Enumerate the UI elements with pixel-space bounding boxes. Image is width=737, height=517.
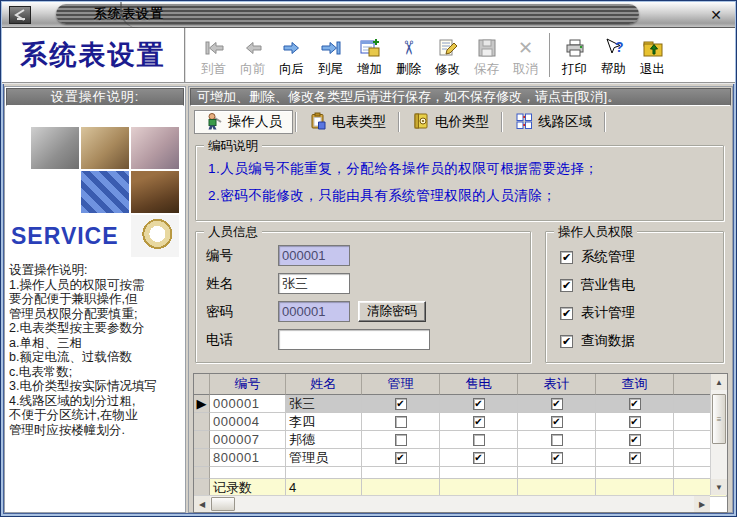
meter-checkbox[interactable]: ✔ bbox=[551, 416, 563, 428]
tab-separator bbox=[501, 112, 503, 132]
help-button[interactable]: ? 帮助 bbox=[594, 30, 633, 80]
tab-separator bbox=[295, 112, 297, 132]
perm-sales[interactable]: ✔ 营业售电 bbox=[560, 276, 723, 294]
last-button[interactable]: 到尾 bbox=[311, 30, 350, 80]
table-row[interactable]: 800001 管理员 ✔ ✔ ✔ ✔ bbox=[194, 449, 727, 467]
horizontal-scrollbar[interactable]: ◀ ▶ bbox=[194, 495, 710, 512]
titlebar-curve-ornament bbox=[120, 2, 146, 28]
operation-instructions: 设置操作说明: 1.操作人员的权限可按需 要分配便于兼职操作,但 管理员权限分配… bbox=[5, 255, 185, 437]
tab-price-type[interactable]: 电价类型 bbox=[402, 110, 499, 134]
cell-id: 000001 bbox=[210, 395, 286, 413]
coding-notes-group: 编码说明 1.人员编号不能重复，分配给各操作员的权限可根据需要选择； 2.密码不… bbox=[195, 145, 724, 221]
tab-operators[interactable]: 操作人员 bbox=[194, 110, 293, 134]
checkbox-icon[interactable]: ✔ bbox=[560, 335, 573, 348]
perm-query-data[interactable]: ✔ 查询数据 bbox=[560, 332, 723, 350]
tab-meter-type[interactable]: 电表类型 bbox=[299, 110, 396, 134]
scroll-up-icon[interactable]: ▲ bbox=[711, 374, 727, 390]
cell-id: 000004 bbox=[210, 413, 286, 431]
manage-checkbox[interactable] bbox=[395, 416, 407, 428]
floppy-icon bbox=[475, 35, 499, 61]
cancel-button: ✕ 取消 bbox=[506, 30, 545, 80]
cancel-label: 取消 bbox=[513, 62, 538, 76]
arrow-last-icon bbox=[319, 35, 343, 61]
page-title: 系统表设置 bbox=[2, 28, 186, 82]
save-label: 保存 bbox=[474, 62, 499, 76]
coding-notes-title: 编码说明 bbox=[204, 138, 262, 155]
sell-checkbox[interactable]: ✔ bbox=[473, 452, 485, 464]
arrow-right-icon bbox=[280, 35, 304, 61]
permissions-title: 操作人员权限 bbox=[554, 224, 637, 241]
modify-label: 修改 bbox=[435, 62, 460, 76]
toolbar-separator bbox=[549, 33, 551, 77]
print-button[interactable]: 打印 bbox=[555, 30, 594, 80]
perm-system-admin[interactable]: ✔ 系统管理 bbox=[560, 248, 723, 266]
query-checkbox[interactable]: ✔ bbox=[629, 398, 641, 410]
col-header-meter[interactable]: 表计 bbox=[518, 374, 596, 395]
query-checkbox[interactable]: ✔ bbox=[629, 434, 641, 446]
phone-field[interactable] bbox=[278, 329, 430, 350]
tab-line-region[interactable]: 线路区域 bbox=[505, 110, 602, 134]
cell-id: 000007 bbox=[210, 431, 286, 449]
scroll-down-icon[interactable]: ▼ bbox=[711, 479, 727, 495]
cell-name: 管理员 bbox=[286, 449, 362, 467]
query-checkbox[interactable]: ✔ bbox=[629, 416, 641, 428]
svg-text:?: ? bbox=[615, 39, 624, 55]
first-button: 到首 bbox=[194, 30, 233, 80]
next-button[interactable]: 向后 bbox=[272, 30, 311, 80]
meter-checkbox[interactable] bbox=[551, 434, 563, 446]
name-field[interactable] bbox=[278, 273, 350, 294]
table-row[interactable]: 000004 李四 ✔ ✔ ✔ bbox=[194, 413, 727, 431]
scroll-right-icon[interactable]: ▶ bbox=[694, 496, 710, 512]
col-header-sell[interactable]: 售电 bbox=[440, 374, 518, 395]
region-docs-icon bbox=[515, 112, 533, 133]
table-row[interactable]: 000007 邦德 ✔ bbox=[194, 431, 727, 449]
perm-label: 系统管理 bbox=[581, 248, 635, 266]
arrow-first-icon bbox=[202, 35, 226, 61]
sell-checkbox[interactable]: ✔ bbox=[473, 398, 485, 410]
checkbox-icon[interactable]: ✔ bbox=[560, 251, 573, 264]
exit-button[interactable]: 退出 bbox=[633, 30, 672, 80]
manage-checkbox[interactable] bbox=[395, 434, 407, 446]
last-label: 到尾 bbox=[318, 62, 343, 76]
checkbox-icon[interactable]: ✔ bbox=[560, 307, 573, 320]
col-header-query[interactable]: 查询 bbox=[596, 374, 674, 395]
password-field[interactable] bbox=[278, 301, 350, 322]
delete-button[interactable]: ✂ 删除 bbox=[389, 30, 428, 80]
cell-name: 张三 bbox=[286, 395, 362, 413]
perm-meter-mgmt[interactable]: ✔ 表计管理 bbox=[560, 304, 723, 322]
meter-checkbox[interactable]: ✔ bbox=[551, 452, 563, 464]
id-field-label: 编号 bbox=[206, 247, 278, 265]
col-header-name[interactable]: 姓名 bbox=[286, 374, 362, 395]
clear-password-button[interactable]: 清除密码 bbox=[358, 301, 426, 322]
scroll-left-icon[interactable]: ◀ bbox=[194, 496, 210, 512]
first-label: 到首 bbox=[201, 62, 226, 76]
service-wordmark: SERVICE bbox=[11, 223, 119, 250]
sell-checkbox[interactable] bbox=[473, 434, 485, 446]
add-button[interactable]: 增加 bbox=[350, 30, 389, 80]
horizontal-scroll-thumb[interactable] bbox=[211, 497, 235, 511]
checkbox-icon[interactable]: ✔ bbox=[560, 279, 573, 292]
title-bar: 系统表设置 ✕ bbox=[2, 2, 735, 28]
clipboard-icon bbox=[309, 112, 327, 133]
id-field[interactable] bbox=[278, 245, 350, 266]
grid-selector-header bbox=[194, 374, 210, 395]
manage-checkbox[interactable]: ✔ bbox=[395, 452, 407, 464]
modify-button[interactable]: 修改 bbox=[428, 30, 467, 80]
query-checkbox[interactable]: ✔ bbox=[629, 452, 641, 464]
vertical-scrollbar[interactable]: ▲ ≡ ▼ bbox=[710, 374, 727, 495]
col-header-id[interactable]: 编号 bbox=[210, 374, 286, 395]
arrow-left-icon bbox=[241, 35, 265, 61]
col-header-manage[interactable]: 管理 bbox=[362, 374, 440, 395]
vertical-scroll-thumb[interactable]: ≡ bbox=[712, 394, 726, 444]
close-icon[interactable]: ✕ bbox=[705, 5, 727, 24]
photo-pocket-watch bbox=[131, 215, 179, 257]
manage-checkbox[interactable]: ✔ bbox=[395, 398, 407, 410]
meter-checkbox[interactable]: ✔ bbox=[551, 398, 563, 410]
tab-separator bbox=[398, 112, 400, 132]
grid-header-row: 编号 姓名 管理 售电 表计 查询 bbox=[194, 374, 727, 395]
tab-line-region-label: 线路区域 bbox=[538, 113, 592, 131]
sell-checkbox[interactable]: ✔ bbox=[473, 416, 485, 428]
table-row[interactable]: ▶ 000001 张三 ✔ ✔ ✔ ✔ bbox=[194, 395, 727, 413]
photo-clothes bbox=[131, 171, 179, 213]
service-collage: SERVICE bbox=[5, 127, 185, 255]
